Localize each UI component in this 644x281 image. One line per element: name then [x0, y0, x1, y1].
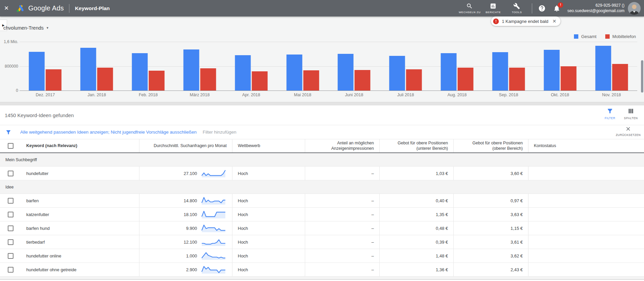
- search-icon: [466, 3, 473, 9]
- columns-button-label: SPALTEN: [624, 116, 638, 120]
- reports-button[interactable]: BERICHTE: [481, 3, 505, 14]
- notifications-button[interactable]: !: [551, 5, 562, 12]
- top-of-page-bid-high-cell: 1,15 €: [453, 221, 528, 235]
- row-checkbox[interactable]: [8, 239, 13, 245]
- close-icon[interactable]: ✕: [4, 5, 14, 12]
- mobiltelefon-bar: [458, 68, 474, 91]
- row-checkbox[interactable]: [8, 171, 13, 176]
- account-status-cell: [528, 221, 644, 235]
- bar-pair: [235, 55, 267, 91]
- account-phone: 629-925-9927 (): [567, 3, 624, 8]
- volume-cell: 27.100: [139, 167, 232, 180]
- y-axis-tick: 0: [1, 88, 18, 93]
- row-checkbox[interactable]: [8, 212, 13, 217]
- x-axis-tick: Juni 2018: [328, 93, 380, 97]
- columns-button[interactable]: SPALTEN: [620, 108, 641, 120]
- competition-cell: Hoch: [232, 249, 305, 262]
- x-axis-tick: Aug. 2018: [431, 93, 483, 97]
- gesamt-bar: [595, 46, 611, 91]
- column-header[interactable]: Durchschnittl. Suchanfragen pro Monat: [139, 139, 232, 152]
- columns-icon: [627, 108, 634, 114]
- google-ads-logo-icon: [15, 4, 25, 13]
- gesamt-bar: [132, 53, 148, 91]
- row-checkbox[interactable]: [8, 225, 13, 231]
- gesamt-bar: [441, 53, 457, 91]
- mobiltelefon-bar: [46, 69, 62, 91]
- avatar[interactable]: [628, 2, 641, 15]
- account-status-cell: [528, 235, 644, 249]
- row-checkbox[interactable]: [8, 198, 13, 204]
- switch-to-button[interactable]: WECHSELN ZU: [458, 3, 481, 14]
- help-button[interactable]: [536, 5, 548, 12]
- mobiltelefon-bar: [560, 66, 576, 91]
- next-row-sliver: [0, 277, 644, 280]
- bar-group-Juni 2018: Juni 2018: [328, 42, 380, 91]
- competition-cell: Hoch: [232, 208, 305, 221]
- avg-monthly-searches: 1.000: [186, 253, 197, 258]
- account-info[interactable]: 629-925-9927 () seo.suedwest@googlemail.…: [567, 3, 624, 13]
- reports-label: BERICHTE: [486, 11, 501, 14]
- ad-impression-share-cell: –: [305, 263, 379, 276]
- mobiltelefon-bar: [612, 64, 628, 91]
- cell: [0, 208, 21, 221]
- bar-pair: [595, 46, 628, 91]
- toast-text: 1 Kampagne endet bald: [502, 19, 548, 24]
- keyword-cell: barfen: [21, 194, 139, 207]
- row-checkbox[interactable]: [8, 253, 13, 259]
- account-status-cell: [528, 194, 644, 207]
- cell: [0, 249, 21, 262]
- ad-impression-share-cell: –: [305, 194, 379, 207]
- avg-monthly-searches: 2.900: [186, 267, 197, 272]
- legend-swatch: [574, 34, 578, 39]
- legend-item-mobiltelefon[interactable]: Mobiltelefon: [605, 34, 636, 39]
- account-status-cell: [528, 167, 644, 180]
- column-header[interactable]: Gebot für obere Positionen (oberer Berei…: [453, 139, 528, 152]
- bar-pair: [544, 50, 576, 91]
- add-filter-link[interactable]: Filter hinzufügen: [203, 130, 236, 135]
- gesamt-bar: [286, 55, 302, 91]
- bar-pair: [338, 54, 371, 91]
- competition-cell: Hoch: [232, 235, 305, 249]
- column-header[interactable]: Anteil an möglichen Anzeigenimpressionen: [305, 139, 379, 152]
- vertical-scrollbar-thumb[interactable]: [641, 60, 643, 93]
- ad-impression-share-cell: –: [305, 221, 379, 235]
- toast-close-icon[interactable]: ✕: [552, 19, 556, 24]
- keyword-row-tierbedarf: tierbedarf12.100Hoch–0,39 €3,61 €: [0, 235, 644, 249]
- select-all-checkbox[interactable]: [8, 143, 13, 149]
- filter-button[interactable]: FILTER: [600, 108, 620, 120]
- bar-pair: [441, 53, 474, 91]
- bar-group-Dez. 2017: Dez. 2017: [20, 42, 71, 91]
- search-volume-sparkline: [200, 196, 227, 206]
- volume-cell: 14.800: [139, 194, 232, 207]
- search-volume-sparkline: [200, 168, 227, 178]
- x-axis-tick: März 2018: [174, 93, 225, 97]
- search-volume-sparkline: [200, 251, 227, 261]
- keyword-cell: hundefutter online: [21, 249, 139, 262]
- tools-button[interactable]: TOOLS: [505, 3, 528, 14]
- wrench-icon: [513, 3, 520, 9]
- column-header[interactable]: Keyword (nach Relevanz): [21, 139, 139, 152]
- table-header-row: Keyword (nach Relevanz)Durchschnittl. Su…: [0, 139, 644, 153]
- x-axis-tick: Nov. 2018: [586, 93, 637, 97]
- bar-group-Aug. 2018: Aug. 2018: [431, 42, 483, 91]
- top-of-page-bid-high-cell: 2,43 €: [453, 263, 528, 276]
- mobiltelefon-bar: [200, 68, 216, 91]
- applied-filters-link[interactable]: Alle weitgehend passenden Ideen anzeigen…: [20, 130, 197, 135]
- legend-item-gesamt[interactable]: Gesamt: [574, 34, 597, 39]
- search-volume-sparkline: [200, 209, 227, 219]
- keyword-row-hundefutter: hundefutter27.100Hoch–1,03 €3,60 €: [0, 167, 644, 180]
- help-icon: [538, 5, 546, 12]
- chart-type-dropdown[interactable]: chvolumen-Trends ▼: [3, 25, 49, 31]
- cell: [0, 235, 21, 249]
- table-toolbar: 1450 Keyword-Ideen gefunden FILTER SPALT…: [0, 105, 644, 125]
- top-of-page-bid-low-cell: 0,40 €: [379, 194, 453, 207]
- column-header[interactable]: Gebot für obere Positionen (unterer Bere…: [379, 139, 453, 152]
- page-title: Keyword-Plan: [75, 5, 109, 11]
- section-header-row: Idee: [0, 180, 644, 194]
- filter-funnel-icon[interactable]: [5, 129, 11, 135]
- row-checkbox[interactable]: [8, 267, 13, 273]
- column-header[interactable]: Kontostatus: [528, 139, 644, 152]
- reset-filters-button[interactable]: ZURÜCKSETZEN: [616, 126, 641, 137]
- column-header[interactable]: Wettbewerb: [232, 139, 305, 152]
- chevron-down-icon: ▼: [46, 26, 49, 30]
